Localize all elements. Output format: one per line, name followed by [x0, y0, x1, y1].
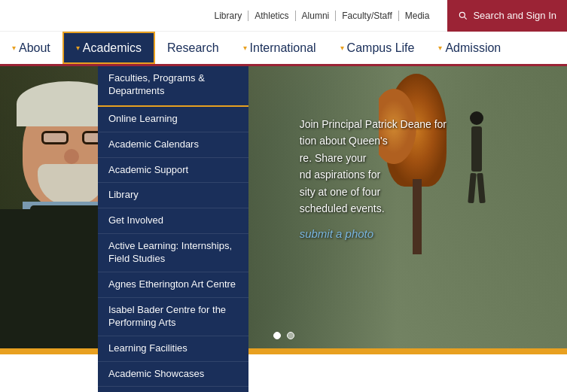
hero-line6: scheduled events. [300, 202, 385, 214]
nav-international[interactable]: ▾ International [231, 32, 328, 64]
hero-text-area: Join Principal Patrick Deane for tion ab… [300, 116, 447, 243]
search-signin-label: Search and Sign In [473, 10, 556, 21]
nav-admission[interactable]: ▾ Admission [426, 32, 513, 64]
nav-about[interactable]: ▾ About [0, 32, 62, 64]
gold-bar [0, 348, 567, 354]
dropdown-learning-facilities[interactable]: Learning Facilities [98, 336, 248, 362]
alumni-link[interactable]: Alumni [296, 11, 337, 21]
international-caret: ▾ [243, 44, 247, 52]
academics-caret: ▾ [76, 44, 80, 52]
submit-photo-link[interactable]: submit a photo [300, 226, 373, 243]
svg-point-0 [460, 12, 465, 17]
hero-line5: sity at one of four [300, 185, 380, 197]
nav-campus-life[interactable]: ▾ Campus Life [328, 32, 427, 64]
nav-research[interactable]: Research [155, 32, 230, 64]
main-nav: ▾ About ▾ Academics Research ▾ Internati… [0, 32, 567, 66]
about-caret: ▾ [12, 44, 16, 52]
admission-caret: ▾ [438, 44, 442, 52]
dropdown-faculties-programs[interactable]: Faculties, Programs & Departments [98, 66, 248, 107]
person-silhouette [462, 111, 492, 202]
hero-line3: re. Share your [300, 151, 367, 163]
dropdown-academic-support[interactable]: Academic Support [98, 158, 248, 184]
campus-life-caret: ▾ [340, 44, 344, 52]
dropdown-active-learning[interactable]: Active Learning: Internships, Field Stud… [98, 234, 248, 272]
utility-links: Library Athletics Alumni Faculty/Staff M… [209, 11, 436, 21]
faculty-staff-link[interactable]: Faculty/Staff [336, 11, 398, 21]
nav-academics[interactable]: ▾ Academics [62, 32, 155, 64]
dropdown-programs-elementary[interactable]: Programs for Elementary & High School St… [98, 387, 248, 392]
dropdown-academic-calendars[interactable]: Academic Calendars [98, 132, 248, 158]
hero-line4: nd aspirations for [300, 169, 380, 181]
media-link[interactable]: Media [399, 11, 436, 21]
dropdown-agnes-etherington[interactable]: Agnes Etherington Art Centre [98, 272, 248, 298]
dropdown-online-learning[interactable]: Online Learning [98, 107, 248, 132]
hero-dot-1[interactable] [273, 332, 281, 339]
library-link[interactable]: Library [209, 11, 249, 21]
svg-line-1 [465, 17, 467, 19]
utility-bar: Library Athletics Alumni Faculty/Staff M… [0, 0, 567, 32]
hero-line1: Join Principal Patrick Deane for [300, 118, 447, 130]
hero-dot-2[interactable] [287, 332, 294, 339]
hero-section: Join Principal Patrick Deane for tion ab… [0, 66, 567, 348]
dropdown-library[interactable]: Library [98, 183, 248, 208]
hero-line2: tion about Queen's [300, 135, 388, 147]
athletics-link[interactable]: Athletics [248, 11, 295, 21]
academics-dropdown: Faculties, Programs & Departments Online… [98, 66, 248, 392]
search-signin-button[interactable]: Search and Sign In [447, 0, 567, 32]
dropdown-get-involved[interactable]: Get Involved [98, 208, 248, 234]
search-icon [458, 11, 468, 21]
dropdown-academic-showcases[interactable]: Academic Showcases [98, 362, 248, 387]
hero-indicators [273, 332, 294, 339]
dropdown-isabel-bader[interactable]: Isabel Bader Centre for the Performing A… [98, 298, 248, 336]
